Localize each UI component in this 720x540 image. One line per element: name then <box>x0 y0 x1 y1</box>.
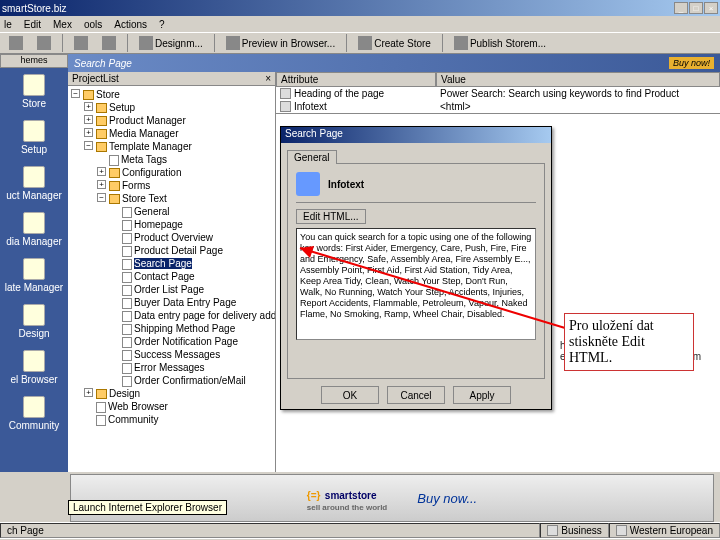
design-icon <box>139 36 153 50</box>
tool-b[interactable] <box>97 34 121 52</box>
tree-item[interactable]: Product Overview <box>122 231 273 244</box>
app-titlebar: smartStore.biz _ □ × <box>0 0 720 16</box>
col-value[interactable]: Value <box>436 72 720 87</box>
project-tree[interactable]: −Store +Setup +Product Manager +Media Ma… <box>68 86 275 472</box>
create-icon <box>358 36 372 50</box>
status-left: ch Page <box>0 523 540 538</box>
banner-buy: Buy now... <box>417 491 477 506</box>
tree-item[interactable]: Data entry page for delivery address <box>122 309 273 322</box>
apply-button[interactable]: Apply <box>453 386 511 404</box>
preview-button[interactable]: Preview in Browser... <box>221 34 340 52</box>
menu-tools[interactable]: ools <box>84 19 102 30</box>
publish-button[interactable]: Publish Storem... <box>449 34 551 52</box>
tree-item[interactable]: General <box>122 205 273 218</box>
close-button[interactable]: × <box>704 2 718 14</box>
publish-icon <box>454 36 468 50</box>
value-row: Power Search: Search using keywords to f… <box>436 87 720 100</box>
buy-now-badge[interactable]: Buy now! <box>669 57 714 69</box>
tree-item[interactable]: Homepage <box>122 218 273 231</box>
tool-back[interactable] <box>4 34 28 52</box>
ok-button[interactable]: OK <box>321 386 379 404</box>
tool-fwd[interactable] <box>32 34 56 52</box>
forward-icon <box>37 36 51 50</box>
col-attribute[interactable]: Attribute <box>276 72 436 87</box>
store-icon <box>23 74 45 96</box>
tree-panel: ProjectList× −Store +Setup +Product Mana… <box>68 72 276 472</box>
toolbar: Designm... Preview in Browser... Create … <box>0 32 720 54</box>
sidebar: hemes Store Setup uct Manager dia Manage… <box>0 54 68 472</box>
save-icon <box>102 36 116 50</box>
annotation-callout: Pro uložení dat stiskněte Edit HTML. <box>564 313 694 371</box>
tree-item[interactable]: Contact Page <box>122 270 273 283</box>
taskbar-tooltip: Launch Internet Explorer Browser <box>68 500 227 515</box>
tool-a[interactable] <box>69 34 93 52</box>
design-button[interactable]: Designm... <box>134 34 208 52</box>
page-icon <box>280 88 291 99</box>
sidebar-item-design[interactable]: Design <box>0 298 68 344</box>
sidebar-item-template[interactable]: late Manager <box>0 252 68 298</box>
setup-icon <box>23 120 45 142</box>
media-icon <box>23 212 45 234</box>
close-icon[interactable]: × <box>265 73 271 84</box>
design-icon <box>23 304 45 326</box>
business-icon <box>547 525 558 536</box>
tree-item-selected[interactable]: Search Page <box>122 257 273 270</box>
status-encoding: Western European <box>609 523 720 538</box>
tree-header: ProjectList <box>72 73 119 84</box>
tree-item[interactable]: Success Messages <box>122 348 273 361</box>
product-icon <box>23 166 45 188</box>
attribute-table: Attribute Heading of the page Infotext V… <box>276 72 720 114</box>
sidebar-item-browser[interactable]: el Browser <box>0 344 68 390</box>
cancel-button[interactable]: Cancel <box>387 386 445 404</box>
sidebar-item-product[interactable]: uct Manager <box>0 160 68 206</box>
value-row: <html> <box>436 100 720 113</box>
sidebar-item-community[interactable]: Community <box>0 390 68 436</box>
attr-row[interactable]: Infotext <box>276 100 436 113</box>
menu-mex[interactable]: Mex <box>53 19 72 30</box>
sidebar-item-setup[interactable]: Setup <box>0 114 68 160</box>
back-icon <box>9 36 23 50</box>
statusbar: ch Page Business Western European <box>0 522 720 538</box>
sidebar-tab[interactable]: hemes <box>0 54 68 68</box>
browser-icon <box>23 350 45 372</box>
globe-icon <box>616 525 627 536</box>
page-title: Search Page <box>74 58 132 69</box>
create-store-button[interactable]: Create Store <box>353 34 436 52</box>
doc-icon <box>74 36 88 50</box>
menu-file[interactable]: le <box>4 19 12 30</box>
status-business: Business <box>540 523 609 538</box>
tree-item[interactable]: Order Confirmation/eMail <box>122 374 273 387</box>
preview-icon <box>226 36 240 50</box>
tree-item[interactable]: Error Messages <box>122 361 273 374</box>
tree-item[interactable]: Product Detail Page <box>122 244 273 257</box>
svg-line-0 <box>300 248 575 331</box>
menubar: le Edit Mex ools Actions ? <box>0 16 720 32</box>
attr-row[interactable]: Heading of the page <box>276 87 436 100</box>
banner-logo: {=} smartstoresell around the world <box>307 485 387 512</box>
tree-item[interactable]: Order Notification Page <box>122 335 273 348</box>
svg-marker-1 <box>300 246 314 258</box>
menu-actions[interactable]: Actions <box>114 19 147 30</box>
minimize-button[interactable]: _ <box>674 2 688 14</box>
sidebar-item-store[interactable]: Store <box>0 68 68 114</box>
maximize-button[interactable]: □ <box>689 2 703 14</box>
info-icon <box>280 101 291 112</box>
template-icon <box>23 258 45 280</box>
content-header: Search Page Buy now! <box>68 54 720 72</box>
menu-edit[interactable]: Edit <box>24 19 41 30</box>
community-icon <box>23 396 45 418</box>
annotation-arrow <box>290 136 580 336</box>
tree-item[interactable]: Buyer Data Entry Page <box>122 296 273 309</box>
menu-help[interactable]: ? <box>159 19 165 30</box>
tree-item[interactable]: Order List Page <box>122 283 273 296</box>
tree-item[interactable]: Shipping Method Page <box>122 322 273 335</box>
app-title: smartStore.biz <box>2 3 674 14</box>
window-buttons: _ □ × <box>674 2 718 14</box>
sidebar-item-media[interactable]: dia Manager <box>0 206 68 252</box>
